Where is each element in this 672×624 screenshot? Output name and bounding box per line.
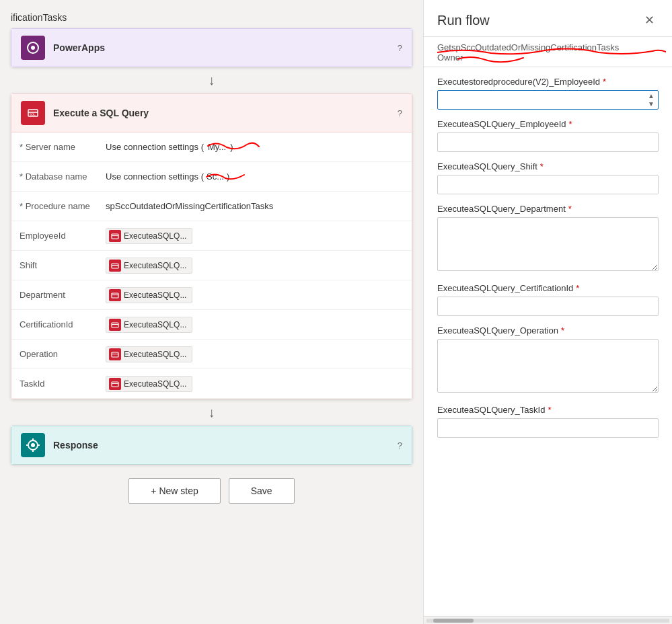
token-icon-taskid	[109, 378, 121, 390]
sql-value-shift[interactable]: ExecuteaSQLQ...	[99, 254, 412, 278]
save-button[interactable]: Save	[229, 478, 295, 504]
token-icon-dept	[109, 289, 121, 301]
sql-icon: SQL	[21, 101, 45, 125]
svg-point-1	[31, 46, 35, 50]
rp-field-sql-certid: ExecuteaSQLQuery_CertificationId *	[437, 283, 659, 316]
response-block[interactable]: Response ?	[11, 426, 412, 465]
rp-field-sql-shift: ExecuteaSQLQuery_Shift *	[437, 161, 659, 194]
rp-field-sql-empid: ExecuteaSQLQuery_EmployeeId *	[437, 119, 659, 152]
response-header[interactable]: Response ?	[11, 426, 412, 465]
sql-value-server[interactable]: Use connection settings ( My... )	[99, 138, 412, 156]
sql-value-certid[interactable]: ExecuteaSQLQ...	[99, 313, 412, 337]
right-panel-body: Executestoredprocedure(V2)_EmployeeId * …	[424, 67, 672, 616]
token-icon-shift	[109, 260, 121, 272]
right-panel-subtitle: GetspSccOutdatedOrMissingCertificationTa…	[424, 37, 672, 67]
rp-input-sql-empid[interactable]	[437, 132, 659, 152]
sql-block[interactable]: SQL Execute a SQL Query ? * Server name …	[11, 93, 412, 399]
scrollbar-thumb[interactable]	[433, 619, 474, 623]
response-help[interactable]: ?	[398, 440, 402, 451]
scrollbar-track[interactable]	[426, 619, 669, 623]
svg-rect-15	[112, 382, 118, 387]
sql-field-certid: CertificationId ExecuteaSQLQ...	[11, 310, 412, 340]
sql-value-proc[interactable]: spSccOutdatedOrMissingCertificationTasks	[99, 197, 412, 215]
svg-rect-7	[112, 264, 118, 268]
owner-label: Owner	[437, 52, 494, 63]
sql-field-shift: Shift ExecuteaSQLQ...	[11, 251, 412, 280]
rp-input-sql-taskid[interactable]	[437, 418, 659, 438]
rp-input-sql-certid[interactable]	[437, 297, 659, 316]
svg-rect-5	[112, 234, 118, 239]
required-star-6: *	[561, 325, 564, 336]
sql-value-employeeid[interactable]: ExecuteaSQLQ...	[99, 224, 412, 248]
new-step-button[interactable]: + New step	[128, 478, 220, 504]
rp-input-v2-empid[interactable]	[437, 90, 659, 110]
close-button[interactable]: ✕	[640, 11, 659, 30]
token-taskid[interactable]: ExecuteaSQLQ...	[106, 376, 192, 392]
rp-field-sql-dept: ExecuteaSQLQuery_Department *	[437, 204, 659, 274]
subtitle-text: GetspSccOutdatedOrMissingCertificationTa…	[437, 42, 619, 52]
svg-rect-9	[112, 293, 118, 298]
token-certid[interactable]: ExecuteaSQLQ...	[106, 317, 192, 333]
powerapps-help[interactable]: ?	[398, 43, 402, 53]
rp-textarea-sql-op[interactable]	[437, 339, 659, 393]
svg-rect-13	[112, 352, 118, 357]
sql-field-employeeid: EmployeeId ExecuteaSQLQ...	[11, 221, 412, 251]
powerapps-title: PowerApps	[53, 42, 105, 53]
sql-value-dept[interactable]: ExecuteaSQLQ...	[99, 283, 412, 307]
sql-value-taskid[interactable]: ExecuteaSQLQ...	[99, 372, 412, 396]
sql-header[interactable]: SQL Execute a SQL Query ?	[11, 93, 412, 132]
required-star-5: *	[576, 283, 579, 293]
token-employeeid[interactable]: ExecuteaSQLQ...	[106, 228, 192, 244]
sql-label-taskid: TaskId	[11, 373, 99, 394]
rp-textarea-sql-dept[interactable]	[437, 217, 659, 271]
sql-label-certid: CertificationId	[11, 314, 99, 335]
rp-field-sql-taskid: ExecuteaSQLQuery_TaskId *	[437, 405, 659, 438]
arrow-connector-1: ↓	[0, 67, 423, 93]
arrow-connector-2: ↓	[0, 399, 423, 426]
svg-point-18	[31, 443, 35, 447]
response-title: Response	[53, 440, 98, 451]
svg-text:SQL: SQL	[30, 112, 36, 116]
rp-label-sql-taskid: ExecuteaSQLQuery_TaskId *	[437, 405, 659, 415]
rp-label-sql-dept: ExecuteaSQLQuery_Department *	[437, 204, 659, 214]
right-panel: Run flow ✕ GetspSccOutdatedOrMissingCert…	[423, 0, 672, 624]
required-star-4: *	[568, 204, 572, 214]
sql-block-body: * Server name Use connection settings ( …	[11, 132, 412, 399]
bottom-actions: + New step Save	[0, 478, 423, 517]
sql-field-dept: Department ExecuteaSQLQ...	[11, 280, 412, 310]
powerapps-block[interactable]: PowerApps ?	[11, 28, 412, 67]
right-panel-scrollbar[interactable]	[424, 616, 672, 624]
required-star-2: *	[569, 119, 572, 129]
powerapps-header[interactable]: PowerApps ?	[11, 28, 412, 67]
sql-label-employeeid: EmployeeId	[11, 225, 99, 246]
token-dept[interactable]: ExecuteaSQLQ...	[106, 287, 192, 303]
powerapps-icon	[21, 36, 45, 60]
sql-value-op[interactable]: ExecuteaSQLQ...	[99, 342, 412, 366]
rp-input-sql-shift[interactable]	[437, 175, 659, 194]
required-star-7: *	[548, 405, 551, 415]
rp-field-sql-op: ExecuteaSQLQuery_Operation *	[437, 325, 659, 395]
sql-label-db: * Database name	[11, 166, 99, 187]
rp-label-v2-empid: Executestoredprocedure(V2)_EmployeeId *	[437, 77, 659, 87]
sql-label-op: Operation	[11, 344, 99, 364]
rp-label-sql-op: ExecuteaSQLQuery_Operation *	[437, 325, 659, 336]
rp-field-v2-empid: Executestoredprocedure(V2)_EmployeeId * …	[437, 77, 659, 110]
rp-label-sql-empid: ExecuteaSQLQuery_EmployeeId *	[437, 119, 659, 129]
rp-label-sql-certid: ExecuteaSQLQuery_CertificationId *	[437, 283, 659, 293]
token-shift[interactable]: ExecuteaSQLQ...	[106, 258, 192, 274]
token-icon-certid	[109, 319, 121, 331]
sql-label-dept: Department	[11, 284, 99, 305]
svg-rect-11	[112, 323, 118, 327]
token-icon-employeeid	[109, 230, 121, 242]
required-star-3: *	[540, 161, 544, 171]
token-op[interactable]: ExecuteaSQLQ...	[106, 346, 192, 362]
sql-value-db[interactable]: Use connection settings ( Sc... )	[99, 167, 412, 186]
sql-field-op: Operation ExecuteaSQLQ...	[11, 340, 412, 369]
sql-help[interactable]: ?	[398, 108, 402, 118]
sql-field-server: * Server name Use connection settings ( …	[11, 132, 412, 162]
rp-input-wrapper-v2-empid[interactable]: ▲ ▼	[437, 90, 659, 110]
sql-label-shift: Shift	[11, 255, 99, 276]
rp-arrows-v2-empid: ▲ ▼	[648, 92, 655, 108]
sql-field-db: * Database name Use connection settings …	[11, 162, 412, 192]
arrow-down-2: ↓	[209, 405, 215, 420]
